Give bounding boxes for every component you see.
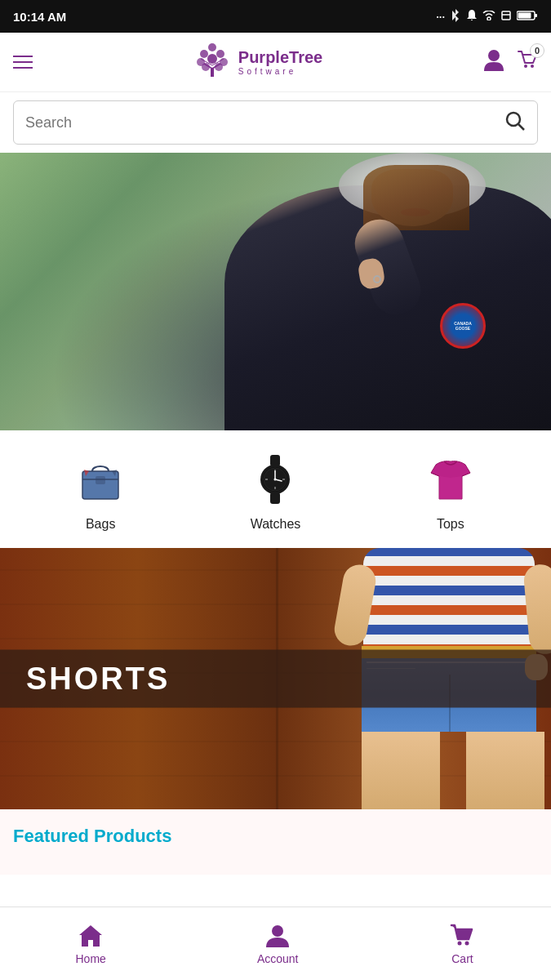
logo[interactable]: PurpleTree Software (193, 41, 322, 83)
category-tops[interactable]: Tops (421, 450, 480, 532)
shorts-banner[interactable]: SHORTS (0, 548, 551, 809)
svg-point-21 (507, 113, 520, 126)
svg-point-40 (272, 925, 283, 937)
svg-point-18 (488, 50, 500, 61)
tops-icon (421, 450, 480, 509)
categories-section: Bags Watc (0, 430, 551, 548)
logo-subtitle: Software (238, 67, 322, 76)
svg-point-7 (216, 50, 224, 58)
svg-rect-0 (502, 11, 510, 20)
wifi-icon (482, 11, 495, 23)
status-time: 10:14 AM (13, 10, 66, 24)
nav-account[interactable]: Account (257, 923, 299, 965)
tops-label: Tops (437, 517, 464, 532)
cart-count: 0 (530, 43, 544, 58)
featured-title: Featured Products (13, 826, 538, 847)
search-icon[interactable] (504, 110, 526, 135)
nav-cart-label: Cart (451, 952, 473, 965)
category-bags[interactable]: Bags (71, 450, 130, 532)
category-watches[interactable]: Watches (246, 450, 304, 532)
svg-rect-4 (535, 14, 537, 17)
logo-icon (193, 41, 232, 83)
box-icon (500, 10, 512, 24)
hero-banner: CANADAGOOSE (0, 153, 551, 430)
nav-home-label: Home (76, 952, 106, 965)
svg-rect-23 (82, 471, 118, 499)
shorts-banner-label: SHORTS (0, 650, 551, 708)
hamburger-menu[interactable] (13, 56, 33, 69)
svg-rect-26 (270, 455, 280, 466)
svg-rect-3 (518, 12, 531, 18)
search-bar[interactable] (13, 100, 538, 145)
logo-name: PurpleTree (238, 48, 322, 67)
nav-account-label: Account (257, 952, 299, 965)
svg-point-6 (200, 50, 208, 58)
dots-icon: ··· (436, 11, 445, 23)
svg-rect-27 (270, 492, 280, 504)
svg-point-20 (531, 65, 534, 68)
bottom-nav: Home Account Cart (0, 906, 551, 980)
cart-icon-wrapper[interactable]: 0 (515, 48, 538, 76)
bluetooth-icon (450, 9, 461, 24)
battery-icon (517, 10, 538, 24)
watches-label: Watches (251, 517, 301, 532)
nav-cart[interactable]: Cart (449, 923, 475, 965)
jacket-patch: CANADAGOOSE (440, 303, 486, 349)
user-icon[interactable] (482, 48, 505, 76)
svg-point-9 (207, 54, 217, 64)
svg-rect-25 (96, 476, 105, 484)
featured-section: Featured Products (0, 809, 551, 875)
status-bar: 10:14 AM ··· (0, 0, 551, 33)
bags-icon (71, 450, 130, 509)
svg-line-22 (518, 124, 524, 130)
header: PurpleTree Software 0 (0, 33, 551, 92)
svg-point-41 (458, 941, 462, 945)
nav-home[interactable]: Home (76, 923, 106, 965)
search-input[interactable] (25, 114, 504, 131)
status-icons: ··· (436, 9, 538, 24)
svg-point-5 (208, 43, 216, 51)
svg-point-19 (524, 65, 527, 68)
header-action-icons: 0 (482, 48, 538, 76)
bell-icon (466, 9, 478, 24)
bags-label: Bags (86, 517, 115, 532)
svg-point-42 (465, 941, 469, 945)
watches-icon (246, 450, 304, 509)
svg-point-37 (274, 479, 277, 481)
svg-rect-13 (211, 69, 214, 77)
